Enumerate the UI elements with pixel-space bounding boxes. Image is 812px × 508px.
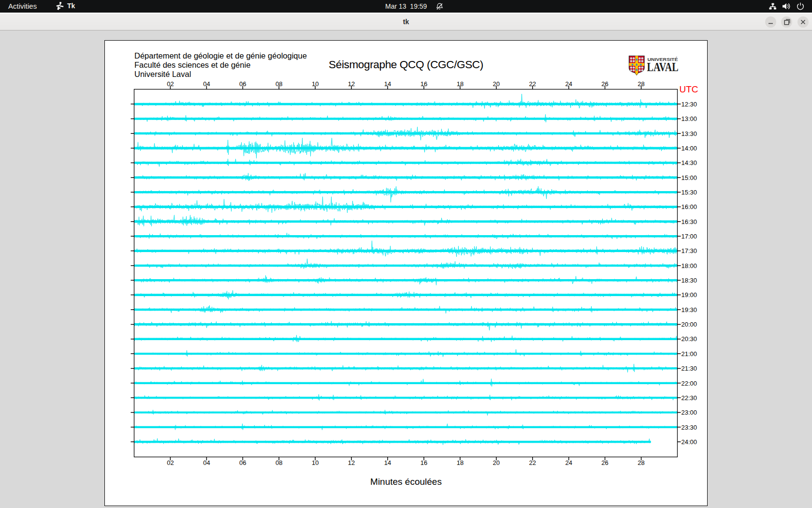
svg-text:10: 10 — [312, 459, 319, 466]
svg-text:12:30: 12:30 — [682, 101, 697, 108]
svg-text:23:00: 23:00 — [682, 409, 697, 416]
svg-text:13:30: 13:30 — [682, 130, 697, 137]
svg-text:17:00: 17:00 — [682, 233, 697, 240]
svg-text:14: 14 — [384, 80, 391, 88]
svg-text:20:30: 20:30 — [682, 335, 697, 343]
svg-text:18:30: 18:30 — [682, 277, 697, 284]
svg-text:28: 28 — [638, 80, 644, 88]
svg-text:14:30: 14:30 — [682, 159, 697, 166]
svg-text:14: 14 — [384, 459, 391, 466]
svg-text:28: 28 — [638, 459, 644, 466]
svg-text:16:30: 16:30 — [682, 218, 697, 225]
svg-text:23:30: 23:30 — [682, 424, 697, 431]
svg-text:16:00: 16:00 — [682, 203, 697, 210]
svg-text:24: 24 — [565, 80, 572, 88]
svg-text:26: 26 — [601, 80, 608, 88]
svg-text:20: 20 — [493, 80, 500, 88]
svg-text:18:00: 18:00 — [682, 262, 697, 269]
svg-text:08: 08 — [276, 459, 282, 466]
svg-text:12: 12 — [348, 459, 355, 466]
svg-text:13:00: 13:00 — [682, 115, 697, 122]
svg-text:17:30: 17:30 — [682, 247, 697, 254]
svg-text:21:00: 21:00 — [682, 350, 697, 358]
svg-text:22:30: 22:30 — [682, 394, 697, 402]
svg-text:16: 16 — [420, 459, 427, 466]
svg-text:14:00: 14:00 — [682, 145, 697, 152]
svg-text:UTC: UTC — [680, 84, 698, 94]
svg-text:12: 12 — [348, 80, 355, 88]
svg-text:04: 04 — [203, 80, 210, 88]
svg-text:22:00: 22:00 — [682, 380, 697, 387]
svg-text:02: 02 — [167, 459, 174, 466]
svg-text:16: 16 — [420, 80, 427, 88]
svg-text:10: 10 — [312, 80, 319, 88]
svg-text:15:00: 15:00 — [682, 174, 697, 181]
svg-text:18: 18 — [457, 80, 464, 88]
svg-text:06: 06 — [239, 80, 246, 88]
svg-text:15:30: 15:30 — [682, 189, 697, 196]
svg-text:04: 04 — [203, 459, 210, 466]
svg-text:02: 02 — [167, 80, 174, 88]
svg-text:06: 06 — [239, 459, 246, 466]
svg-text:22: 22 — [529, 459, 536, 466]
svg-text:18: 18 — [457, 459, 464, 466]
svg-text:19:00: 19:00 — [682, 291, 697, 299]
svg-text:20: 20 — [493, 459, 500, 466]
svg-text:24: 24 — [565, 459, 572, 466]
svg-text:26: 26 — [601, 459, 608, 466]
svg-text:24:00: 24:00 — [682, 438, 697, 446]
svg-text:08: 08 — [276, 80, 282, 88]
svg-text:20:00: 20:00 — [682, 321, 697, 328]
svg-text:22: 22 — [529, 80, 536, 88]
svg-text:19:30: 19:30 — [682, 306, 697, 314]
svg-text:21:30: 21:30 — [682, 365, 697, 372]
